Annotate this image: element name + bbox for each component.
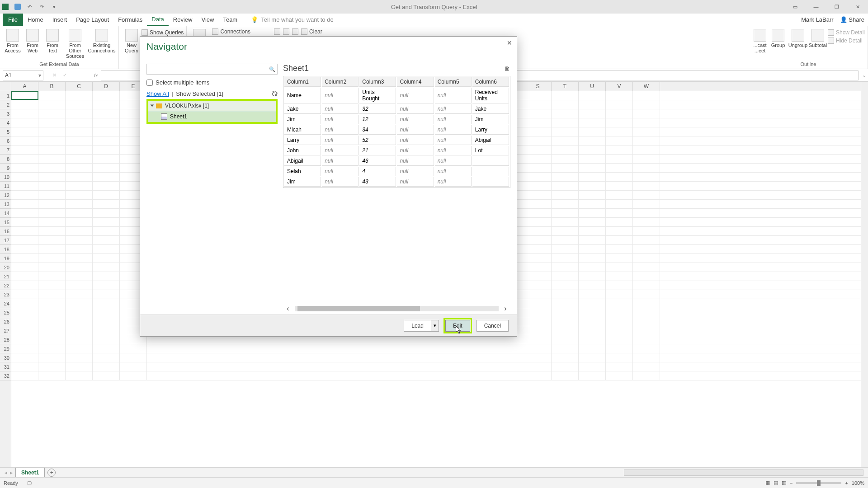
scroll-last-icon[interactable]: ▸ bbox=[10, 469, 13, 476]
row-header[interactable]: 30 bbox=[0, 353, 11, 362]
row-header[interactable]: 22 bbox=[0, 281, 11, 290]
row-header[interactable]: 25 bbox=[0, 308, 11, 317]
row-header[interactable]: 26 bbox=[0, 317, 11, 326]
load-button[interactable]: Load ▾ bbox=[404, 320, 439, 332]
sort-za-button[interactable] bbox=[283, 28, 289, 35]
redo-icon[interactable]: ↷ bbox=[38, 4, 45, 10]
column-header[interactable]: U bbox=[579, 82, 606, 91]
row-header[interactable]: 19 bbox=[0, 254, 11, 263]
column-header[interactable]: C bbox=[66, 82, 93, 91]
tab-insert[interactable]: Insert bbox=[48, 14, 72, 25]
row-header[interactable]: 28 bbox=[0, 335, 11, 344]
horizontal-scrollbar[interactable] bbox=[624, 469, 863, 476]
tab-review[interactable]: Review bbox=[169, 14, 197, 25]
row-header[interactable]: 8 bbox=[0, 155, 11, 164]
view-layout-icon[interactable]: ▤ bbox=[774, 480, 778, 486]
row-header[interactable]: 23 bbox=[0, 290, 11, 299]
connections-button[interactable]: Connections bbox=[212, 28, 250, 35]
from-access-button[interactable]: From Access bbox=[3, 28, 23, 53]
tree-file-node[interactable]: VLOOKUP.xlsx [1] bbox=[148, 101, 276, 111]
row-header[interactable]: 12 bbox=[0, 191, 11, 200]
column-header[interactable]: A bbox=[11, 82, 38, 91]
row-header[interactable]: 24 bbox=[0, 299, 11, 308]
qat-dropdown-icon[interactable]: ▾ bbox=[51, 4, 57, 10]
expand-icon[interactable] bbox=[151, 105, 154, 107]
row-header[interactable]: 18 bbox=[0, 245, 11, 254]
row-header[interactable]: 27 bbox=[0, 326, 11, 335]
row-header[interactable]: 2 bbox=[0, 100, 11, 109]
dialog-close-button[interactable]: ✕ bbox=[505, 39, 514, 48]
tab-view[interactable]: View bbox=[197, 14, 218, 25]
tab-data[interactable]: Data bbox=[147, 14, 168, 26]
clear-button[interactable]: Clear bbox=[301, 28, 322, 35]
ribbon-options-icon[interactable]: ▭ bbox=[785, 0, 806, 14]
row-header[interactable]: 32 bbox=[0, 371, 11, 380]
dropdown-icon[interactable]: ▾ bbox=[38, 72, 41, 79]
column-header[interactable]: B bbox=[38, 82, 66, 91]
row-header[interactable]: 17 bbox=[0, 236, 11, 245]
show-queries-button[interactable]: Show Queries bbox=[142, 29, 184, 36]
column-header[interactable]: V bbox=[606, 82, 633, 91]
row-header[interactable]: 10 bbox=[0, 173, 11, 182]
show-all-link[interactable]: Show All bbox=[146, 90, 169, 97]
tell-me-search[interactable]: 💡 Tell me what you want to do bbox=[251, 16, 333, 23]
preview-scroll-left-icon[interactable]: ‹ bbox=[284, 305, 292, 313]
from-web-button[interactable]: From Web bbox=[23, 28, 42, 53]
load-dropdown-icon[interactable]: ▾ bbox=[431, 320, 439, 332]
from-other-sources-button[interactable]: From Other Sources bbox=[62, 28, 88, 59]
group-button[interactable]: Group bbox=[768, 28, 788, 48]
edit-button[interactable]: Edit bbox=[445, 320, 470, 332]
preview-refresh-icon[interactable]: 🗎 bbox=[504, 65, 510, 72]
close-icon[interactable]: ✕ bbox=[847, 0, 868, 14]
existing-connections-button[interactable]: Existing Connections bbox=[88, 28, 116, 53]
row-header[interactable]: 5 bbox=[0, 127, 11, 136]
tree-sheet-node[interactable]: Sheet1 bbox=[148, 111, 276, 122]
zoom-out-icon[interactable]: − bbox=[790, 480, 793, 486]
preview-scroll-right-icon[interactable]: › bbox=[501, 305, 509, 313]
row-header[interactable]: 11 bbox=[0, 182, 11, 191]
view-pagebreak-icon[interactable]: ▥ bbox=[782, 480, 786, 486]
subtotal-button[interactable]: Subtotal bbox=[808, 28, 828, 48]
row-header[interactable]: 13 bbox=[0, 200, 11, 209]
new-query-button[interactable]: New Query bbox=[122, 28, 142, 53]
ungroup-button[interactable]: Ungroup bbox=[788, 28, 808, 48]
load-button-main[interactable]: Load bbox=[404, 320, 431, 332]
maximize-icon[interactable]: ❐ bbox=[826, 0, 847, 14]
name-box[interactable]: A1▾ bbox=[3, 70, 43, 80]
column-header[interactable]: S bbox=[524, 82, 552, 91]
row-header[interactable]: 4 bbox=[0, 118, 11, 127]
scroll-first-icon[interactable]: ◂ bbox=[5, 469, 7, 476]
forecast-sheet-button[interactable]: ...cast ...eet bbox=[752, 28, 768, 53]
tab-home[interactable]: Home bbox=[23, 14, 48, 25]
row-header[interactable]: 20 bbox=[0, 263, 11, 272]
row-header[interactable]: 16 bbox=[0, 227, 11, 236]
row-header[interactable]: 1 bbox=[0, 91, 11, 100]
sort-az-button[interactable] bbox=[274, 28, 280, 35]
expand-formula-bar-icon[interactable]: ⌄ bbox=[860, 72, 868, 78]
navigator-search-input[interactable]: 🔍 bbox=[146, 64, 278, 75]
zoom-in-icon[interactable]: + bbox=[845, 480, 848, 486]
tab-formulas[interactable]: Formulas bbox=[113, 14, 147, 25]
tab-page-layout[interactable]: Page Layout bbox=[71, 14, 113, 25]
tab-file[interactable]: File bbox=[3, 14, 23, 26]
row-header[interactable]: 29 bbox=[0, 344, 11, 353]
view-normal-icon[interactable]: ▦ bbox=[765, 480, 770, 486]
row-header[interactable]: 21 bbox=[0, 272, 11, 281]
undo-icon[interactable]: ↶ bbox=[26, 4, 33, 10]
column-header[interactable]: W bbox=[633, 82, 660, 91]
user-name[interactable]: Mark LaBarr bbox=[801, 16, 834, 23]
row-header[interactable]: 3 bbox=[0, 109, 11, 118]
share-button[interactable]: 👤 Share bbox=[840, 16, 864, 23]
select-multiple-checkbox[interactable]: Select multiple items bbox=[146, 79, 278, 86]
tab-team[interactable]: Team bbox=[218, 14, 242, 25]
from-text-button[interactable]: From Text bbox=[42, 28, 62, 53]
row-header[interactable]: 15 bbox=[0, 218, 11, 227]
refresh-tree-icon[interactable]: 🗘 bbox=[272, 90, 278, 97]
zoom-level[interactable]: 100% bbox=[852, 480, 864, 486]
preview-horizontal-scrollbar[interactable] bbox=[295, 306, 499, 311]
row-header[interactable]: 6 bbox=[0, 136, 11, 145]
add-sheet-button[interactable]: + bbox=[47, 469, 56, 477]
vertical-scrollbar[interactable] bbox=[861, 82, 868, 467]
sheet-tab-sheet1[interactable]: Sheet1 bbox=[15, 468, 45, 477]
row-header[interactable]: 31 bbox=[0, 362, 11, 371]
